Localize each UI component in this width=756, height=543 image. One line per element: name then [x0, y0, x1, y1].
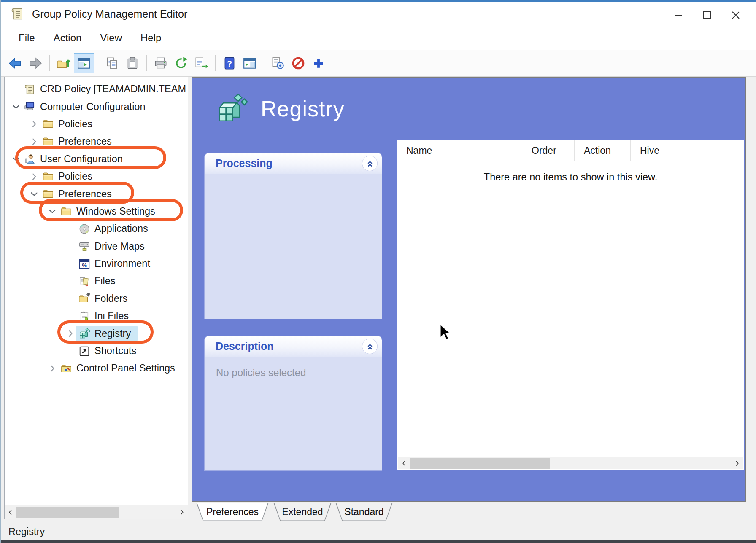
- items-list-panel: Name Order Action Hive There are no item…: [397, 140, 744, 470]
- banner-title: Registry: [261, 96, 345, 121]
- registry-icon: [78, 327, 91, 340]
- chevron-right-icon[interactable]: [28, 118, 40, 130]
- chevron-placeholder: [64, 345, 77, 358]
- scrollbar-thumb[interactable]: [16, 507, 119, 518]
- scroll-left-arrow[interactable]: [398, 457, 410, 470]
- tree-item-user-configuration[interactable]: User Configuration: [5, 151, 188, 168]
- preview-button[interactable]: [268, 53, 288, 73]
- export-list-button[interactable]: [191, 53, 211, 73]
- list-horizontal-scrollbar[interactable]: [398, 457, 743, 469]
- description-text: No policies selected: [205, 357, 382, 379]
- tree-item-environment[interactable]: Environment: [5, 255, 188, 272]
- tree-item-drive-maps[interactable]: Drive Maps: [5, 238, 188, 255]
- scroll-right-arrow[interactable]: [731, 457, 743, 470]
- menu-view[interactable]: View: [91, 30, 131, 46]
- tab-preferences[interactable]: Preferences: [196, 503, 269, 521]
- tree-horizontal-scrollbar[interactable]: [5, 505, 188, 519]
- show-console-tree-button[interactable]: [74, 53, 94, 73]
- result-pane: Registry Processing Description No polic…: [192, 77, 746, 502]
- scroll-left-arrow[interactable]: [5, 505, 16, 519]
- tree-item-label: Computer Configuration: [40, 101, 146, 113]
- toolbar-separator: [215, 55, 216, 71]
- tree-item-computer-configuration[interactable]: Computer Configuration: [5, 98, 188, 115]
- tree-item-user-preferences[interactable]: Preferences: [5, 185, 188, 202]
- tree-item-applications[interactable]: Applications: [5, 220, 188, 237]
- gpo-scroll-icon: [10, 6, 25, 22]
- up-one-level-button[interactable]: [54, 53, 74, 73]
- tab-extended[interactable]: Extended: [273, 503, 332, 521]
- list-column-headers: Name Order Action Hive: [397, 140, 744, 161]
- tree-item-windows-settings[interactable]: Windows Settings: [5, 203, 188, 220]
- add-button[interactable]: [308, 53, 329, 73]
- tree-item-registry[interactable]: Registry: [5, 325, 188, 342]
- chevron-down-icon[interactable]: [28, 188, 40, 200]
- chevron-down-icon[interactable]: [10, 153, 22, 165]
- refresh-icon: [174, 56, 188, 70]
- chevron-placeholder: [64, 258, 77, 270]
- tree-item-computer-policies[interactable]: Policies: [5, 116, 188, 133]
- scrollbar-thumb[interactable]: [410, 458, 550, 469]
- chevron-right-icon[interactable]: [64, 327, 77, 340]
- chevron-right-icon[interactable]: [28, 170, 40, 183]
- chevron-down-icon[interactable]: [46, 205, 59, 218]
- print-icon: [154, 56, 168, 70]
- window-title: Group Policy Management Editor: [32, 8, 187, 20]
- user-icon: [24, 153, 36, 165]
- processing-panel-title: Processing: [216, 157, 273, 169]
- collapse-button[interactable]: [362, 339, 378, 354]
- tree-item-files[interactable]: Files: [5, 272, 188, 290]
- tree-item-control-panel-settings[interactable]: Control Panel Settings: [5, 360, 188, 377]
- paste-icon: [125, 56, 140, 70]
- help-icon: [222, 56, 237, 70]
- menu-action[interactable]: Action: [44, 30, 91, 46]
- menu-help[interactable]: Help: [131, 30, 170, 46]
- chevron-placeholder: [10, 83, 22, 96]
- chevron-double-up-icon: [364, 158, 375, 169]
- column-header-name[interactable]: Name: [397, 140, 522, 161]
- prohibit-button[interactable]: [288, 53, 308, 73]
- back-button[interactable]: [5, 53, 25, 73]
- title-bar: Group Policy Management Editor: [1, 0, 756, 26]
- copy-icon: [105, 56, 119, 70]
- copy-button[interactable]: [102, 53, 122, 73]
- column-header-action[interactable]: Action: [575, 140, 631, 161]
- column-header-hive[interactable]: Hive: [631, 140, 744, 161]
- minimize-button[interactable]: [664, 3, 693, 27]
- menu-file[interactable]: File: [9, 30, 44, 46]
- paste-button[interactable]: [122, 53, 143, 73]
- status-bar-divider: [555, 525, 555, 538]
- print-button[interactable]: [151, 53, 171, 73]
- refresh-button[interactable]: [171, 53, 191, 73]
- tree-item-label: User Configuration: [40, 153, 123, 165]
- group-policy-editor-window: Group Policy Management Editor File Acti…: [0, 0, 756, 543]
- scroll-right-arrow[interactable]: [176, 505, 188, 519]
- chevron-right-icon[interactable]: [28, 135, 40, 148]
- toolbar-separator: [98, 55, 98, 71]
- computer-icon: [24, 100, 36, 113]
- collapse-button[interactable]: [362, 156, 378, 171]
- tree-item-ini-files[interactable]: Ini Files: [5, 307, 188, 325]
- tree-item-user-policies[interactable]: Policies: [5, 168, 188, 185]
- tab-standard[interactable]: Standard: [335, 503, 393, 521]
- tree-item-folders[interactable]: Folders: [5, 290, 188, 307]
- tree-item-label: Shortcuts: [94, 345, 136, 357]
- tree-item-shortcuts[interactable]: Shortcuts: [5, 342, 188, 360]
- registry-banner: Registry: [214, 92, 345, 126]
- column-header-order[interactable]: Order: [522, 140, 575, 161]
- empty-list-message: There are no items to show in this view.: [397, 172, 744, 183]
- back-icon: [8, 56, 22, 70]
- chevron-right-icon[interactable]: [46, 362, 59, 375]
- forward-button[interactable]: [25, 53, 46, 73]
- tree-item-label: Preferences: [58, 136, 112, 147]
- chevron-down-icon[interactable]: [10, 100, 22, 113]
- mouse-cursor: [439, 324, 454, 341]
- folders-icon: [78, 292, 91, 305]
- folder-icon: [60, 205, 73, 218]
- help-button[interactable]: [219, 53, 240, 73]
- tree-item-computer-preferences[interactable]: Preferences: [5, 133, 188, 150]
- close-button[interactable]: [721, 3, 750, 27]
- toolbar-separator: [49, 55, 50, 71]
- maximize-button[interactable]: [693, 3, 721, 27]
- tree-item-crd-policy[interactable]: CRD Policy [TEAMADMIN.TEAM: [5, 81, 188, 98]
- show-action-pane-button[interactable]: [240, 53, 260, 73]
